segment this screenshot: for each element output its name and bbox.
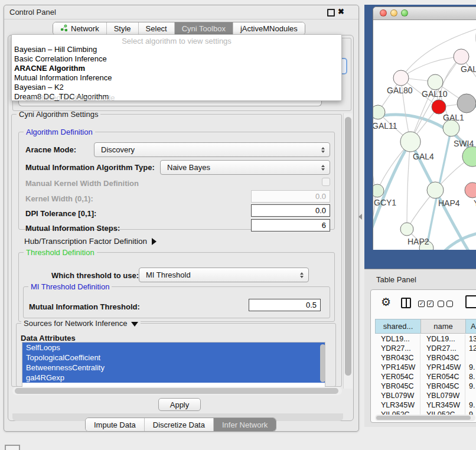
clipped-bottom-widget[interactable]	[5, 445, 20, 450]
tab-style[interactable]: Style	[107, 22, 139, 35]
data-attribute-item[interactable]: gal4RGexp	[22, 373, 325, 383]
network-node-gal[interactable]	[454, 49, 469, 64]
apply-button[interactable]: Apply	[158, 398, 201, 411]
cyni-algorithm-settings-title: Cyni Algorithm Settings	[17, 110, 100, 119]
table-row[interactable]: YBR043C YBR043C	[375, 353, 476, 363]
algorithm-option[interactable]: ARACNE Algorithm	[14, 64, 339, 73]
network-node[interactable]	[457, 94, 476, 113]
aracne-mode-select[interactable]: Discovery	[94, 142, 330, 157]
document-icon[interactable]	[465, 295, 476, 308]
tab-infer-network[interactable]: Infer Network	[214, 418, 276, 431]
data-attribute-item[interactable]: BetweennessCentrality	[22, 363, 325, 373]
network-node-gal1[interactable]	[443, 120, 459, 136]
algorithm-option[interactable]: Bayesian – K2	[14, 83, 339, 92]
network-view-window[interactable]: GALGAL80GAL10GAL1GAL11GAL4SWI4GCY1HAP4YH…	[373, 6, 476, 250]
background-combobox-text: gal-filtered.sif default node	[25, 93, 115, 102]
table-horizontal-scrollbar-thumb[interactable]	[376, 416, 471, 420]
settings-horizontal-scrollbar-thumb[interactable]	[15, 388, 338, 394]
mi-threshold-input[interactable]: 0.5	[249, 299, 321, 311]
settings-vertical-scrollbar-thumb[interactable]	[345, 117, 351, 376]
checked-checkbox-icon[interactable]: ✓	[427, 301, 433, 307]
network-node[interactable]	[432, 100, 446, 114]
tab-network[interactable]: Network	[53, 22, 107, 35]
settings-vertical-scrollbar[interactable]	[343, 113, 353, 389]
network-node-label: GAL11	[373, 121, 397, 131]
algorithm-option[interactable]: Mutual Information Inference	[14, 73, 339, 83]
network-node-gal11[interactable]	[373, 105, 385, 119]
network-node-gal4[interactable]	[400, 132, 420, 152]
kernel-width-input[interactable]: 0.0	[251, 190, 330, 203]
tab-network-label: Network	[71, 24, 99, 33]
panel-splitter-arrow[interactable]	[358, 214, 362, 220]
table-row[interactable]: YLR345W YLR345W 9.	[375, 400, 476, 410]
cyni-mode-tab-bar: Impute Data Discretize Data Infer Networ…	[85, 418, 276, 432]
column-header-shared-name[interactable]: shared...	[375, 319, 420, 334]
kernel-width-label: Kernel Width (0,1):	[25, 194, 93, 203]
network-window-titlebar[interactable]	[373, 7, 476, 20]
tab-select[interactable]: Select	[139, 22, 175, 35]
float-window-icon[interactable]	[327, 9, 335, 17]
unchecked-checkbox-icon[interactable]	[438, 301, 444, 307]
network-node-y[interactable]	[465, 182, 476, 198]
data-attribute-item[interactable]: SelfLoops	[22, 343, 325, 353]
manual-kernel-label: Manual Kernel Width Definition	[25, 179, 139, 188]
hub-definition-toggle[interactable]: Hub/Transcription Factor Definition	[24, 237, 157, 246]
network-node-swi4[interactable]	[462, 146, 476, 167]
network-node-label: HAP2	[407, 237, 429, 246]
threshold-definition-title: Threshold Definition	[24, 248, 97, 257]
control-panel-titlebar[interactable]: Control Panel ✖	[4, 5, 358, 19]
unchecked-checkbox-icon[interactable]	[446, 301, 453, 307]
network-node-hap4[interactable]	[427, 182, 444, 198]
network-node-label: HAP4	[438, 198, 460, 208]
data-attributes-list[interactable]: SelfLoopsTopologicalCoefficientBetweenne…	[22, 342, 325, 390]
table-row[interactable]: YIL052C YIL052C 9	[375, 410, 476, 415]
network-icon	[60, 24, 68, 34]
network-node-label: GAL	[461, 64, 476, 74]
table-rows: YDL19... YDL19... 13 YDR27... YDR27... 1…	[375, 334, 476, 415]
mi-algorithm-type-select[interactable]: Naive Bayes	[160, 160, 330, 175]
network-node-label: GAL1	[443, 113, 464, 122]
checked-checkbox-icon[interactable]: ✓	[418, 301, 425, 307]
which-threshold-select[interactable]: MI Threshold	[139, 268, 309, 282]
mi-threshold-label: Mutual Information Threshold:	[29, 302, 140, 311]
network-node-label: Y	[474, 198, 476, 208]
network-node-gal10[interactable]	[428, 74, 443, 90]
column-header-clipped[interactable]: A	[465, 319, 476, 334]
table-row[interactable]: YBR045C YBR045C 9.	[375, 381, 476, 391]
minimize-traffic-light-icon[interactable]	[390, 9, 397, 17]
table-row[interactable]: YER054C YER054C 8.	[375, 372, 476, 381]
tab-jactivemnodules[interactable]: jActiveMNodules	[233, 22, 305, 35]
tab-cyni-toolbox[interactable]: Cyni Toolbox	[175, 22, 233, 35]
split-columns-icon[interactable]	[401, 298, 411, 308]
settings-horizontal-scrollbar[interactable]	[12, 387, 342, 395]
network-node-gcy1[interactable]	[373, 184, 384, 197]
network-canvas[interactable]: GALGAL80GAL10GAL1GAL11GAL4SWI4GCY1HAP4YH…	[373, 20, 476, 250]
list-scrollbar-thumb[interactable]	[320, 344, 325, 382]
network-node-label: GCY1	[374, 198, 396, 207]
close-icon[interactable]: ✖	[338, 7, 344, 16]
table-horizontal-scrollbar[interactable]	[375, 415, 475, 421]
mi-threshold-definition-title: MI Threshold Definition	[28, 282, 112, 291]
network-graph[interactable]: GALGAL80GAL10GAL1GAL11GAL4SWI4GCY1HAP4YH…	[373, 20, 476, 250]
sources-title[interactable]: Sources for Network Inference	[21, 319, 141, 328]
mi-steps-input[interactable]: 6	[251, 219, 330, 231]
table-row[interactable]: YBL079W YBL079W	[375, 391, 476, 400]
tab-discretize-data[interactable]: Discretize Data	[145, 418, 214, 431]
table-row[interactable]: YDL19... YDL19... 13	[375, 334, 476, 344]
close-traffic-light-icon[interactable]	[380, 9, 387, 17]
stepper-icon	[321, 165, 325, 171]
algorithm-dropdown-prompt: Select algorithm to view settings	[12, 37, 341, 45]
table-settings-gear-icon[interactable]: ⚙	[381, 295, 391, 309]
algorithm-option[interactable]: Bayesian – Hill Climbing	[14, 45, 339, 54]
zoom-traffic-light-icon[interactable]	[401, 9, 408, 17]
manual-kernel-checkbox[interactable]	[322, 178, 330, 186]
network-node-hap2[interactable]	[400, 223, 413, 236]
algorithm-option[interactable]: Basic Correlation Inference	[14, 54, 339, 64]
table-row[interactable]: YDR27... YDR27... 12	[375, 344, 476, 353]
dpi-tolerance-input[interactable]: 0.0	[251, 204, 330, 217]
network-node-gal80[interactable]	[393, 70, 409, 86]
column-header-name[interactable]: name	[420, 319, 465, 334]
table-row[interactable]: YPR145W YPR145W 9.	[375, 363, 476, 372]
tab-impute-data[interactable]: Impute Data	[86, 418, 145, 431]
data-attribute-item[interactable]: TopologicalCoefficient	[22, 353, 325, 363]
